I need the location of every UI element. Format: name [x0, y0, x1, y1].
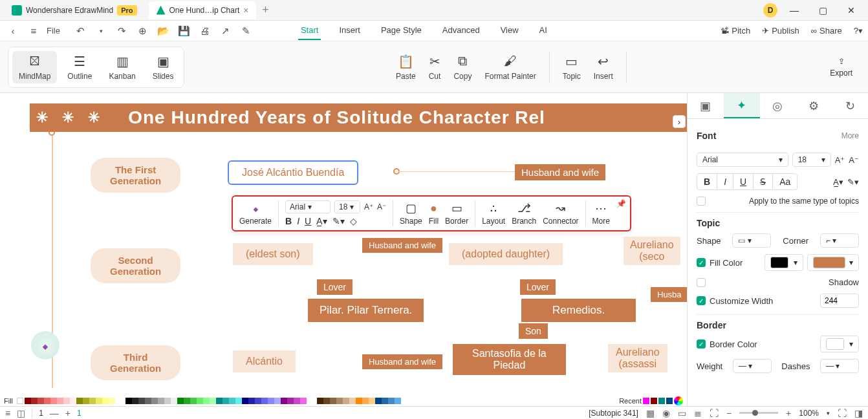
decrease-font-button[interactable]: A⁻	[849, 155, 859, 165]
grid-icon[interactable]: ▦	[646, 408, 655, 418]
italic-button[interactable]: I	[717, 174, 733, 189]
format-painter-button[interactable]: 🖌Format Painter	[478, 51, 542, 83]
color-swatch[interactable]	[330, 398, 336, 404]
export-icon[interactable]: ↗	[218, 25, 233, 37]
color-swatch[interactable]	[274, 398, 281, 404]
alcantio-node[interactable]: Alcántio	[233, 350, 296, 372]
color-swatch[interactable]	[287, 398, 294, 404]
color-swatch[interactable]	[158, 398, 164, 404]
color-swatch[interactable]	[76, 398, 83, 404]
branch-button[interactable]: ⎇Branch	[512, 201, 536, 226]
color-swatch[interactable]	[343, 398, 349, 404]
husba-label[interactable]: Husba	[651, 287, 687, 302]
font-more-link[interactable]: More	[841, 131, 859, 140]
bold-button[interactable]: B	[285, 216, 292, 226]
color-swatch[interactable]	[382, 398, 388, 404]
color-swatch[interactable]	[388, 398, 395, 404]
fill-color-picker[interactable]: ▾	[807, 254, 859, 271]
width-input[interactable]	[820, 294, 859, 308]
outline-mode-icon[interactable]: ≡	[5, 408, 10, 418]
color-swatch[interactable]	[242, 398, 248, 404]
decrease-font-icon[interactable]: A⁻	[377, 202, 386, 211]
color-swatch[interactable]	[190, 398, 197, 404]
color-palette-3[interactable]	[317, 398, 401, 404]
add-tab-button[interactable]: +	[256, 1, 274, 19]
app-tab[interactable]: Wondershare EdrawMind Pro	[4, 1, 145, 19]
font-family-select[interactable]: Arial▾	[697, 153, 788, 167]
tab-tag-icon[interactable]: ◎	[760, 93, 796, 118]
color-swatch[interactable]	[336, 398, 343, 404]
copy-button[interactable]: ⧉Copy	[447, 51, 478, 83]
pin-icon[interactable]: 📌	[616, 199, 626, 208]
generate-button[interactable]: ⬥ Generate	[239, 201, 272, 226]
more-button[interactable]: ⋯More	[592, 201, 610, 226]
color-swatch[interactable]	[63, 398, 70, 404]
clear-format-button[interactable]: ◇	[350, 216, 357, 226]
color-swatch[interactable]	[375, 398, 382, 404]
help-button[interactable]: ?▾	[854, 26, 863, 36]
custom-width-checkbox[interactable]: ✓	[697, 296, 706, 305]
layout-button[interactable]: ⛬Layout	[482, 201, 505, 226]
mindmap-view-button[interactable]: ⛝MindMap	[12, 51, 57, 83]
case-button[interactable]: Aa	[773, 174, 797, 189]
close-window-button[interactable]: ✕	[840, 0, 863, 21]
page-number[interactable]: 1	[39, 409, 43, 418]
undo-icon[interactable]: ↶	[73, 25, 89, 37]
focus-icon[interactable]: ◉	[662, 408, 670, 418]
color-palette-2[interactable]	[125, 398, 307, 404]
hamburger-icon[interactable]: ≡	[26, 25, 41, 36]
tab-node-icon[interactable]: ▣	[688, 93, 724, 118]
prev-page-icon[interactable]: —	[50, 408, 59, 418]
canvas-area[interactable]: ✳ ✳ ✳ One Hundred Years of Solitude Char…	[0, 93, 687, 388]
dashes-select[interactable]: — ▾	[820, 359, 859, 373]
fill-button[interactable]: ●Fill	[429, 201, 439, 226]
color-swatch[interactable]	[268, 398, 274, 404]
color-swatch[interactable]	[38, 398, 44, 404]
apply-same-checkbox[interactable]	[697, 197, 706, 206]
add-page-icon[interactable]: +	[65, 408, 71, 418]
shadow-checkbox[interactable]	[697, 278, 706, 287]
selected-node[interactable]: José Alcántio Buendía	[228, 160, 358, 185]
scroll-right-button[interactable]: ›	[673, 115, 686, 128]
color-swatch[interactable]	[317, 398, 323, 404]
color-swatch[interactable]	[177, 398, 184, 404]
color-swatch[interactable]	[216, 398, 222, 404]
new-icon[interactable]: ⊕	[135, 25, 151, 37]
color-swatch[interactable]	[356, 398, 362, 404]
publish-button[interactable]: ✈ Publish	[762, 26, 799, 36]
save-icon[interactable]: 💾	[177, 25, 192, 37]
lover-label-2[interactable]: Lover	[520, 279, 556, 295]
connector-button[interactable]: ↝Connector	[543, 201, 578, 226]
gen1-label[interactable]: The First Generation	[91, 158, 180, 193]
color-swatch[interactable]	[109, 398, 115, 404]
tab-advanced[interactable]: Advanced	[440, 21, 483, 40]
color-swatch[interactable]	[57, 398, 63, 404]
color-palette-1[interactable]	[25, 398, 115, 404]
insert-button[interactable]: ↩Insert	[587, 51, 620, 83]
aureliano-second-node[interactable]: Aureliano (seco	[624, 237, 680, 265]
strike-button[interactable]: S̶	[754, 174, 773, 189]
highlight-button[interactable]: ✎▾	[332, 216, 345, 226]
tab-ai[interactable]: AI	[537, 21, 550, 40]
print-icon[interactable]: 🖨	[197, 25, 213, 36]
outline-view-button[interactable]: ☰Outline	[61, 51, 98, 83]
border-color-checkbox[interactable]: ✓	[697, 339, 706, 349]
color-swatch[interactable]	[125, 398, 132, 404]
color-swatch[interactable]	[281, 398, 287, 404]
color-swatch[interactable]	[210, 398, 216, 404]
tab-view[interactable]: View	[498, 21, 521, 40]
lover-label-1[interactable]: Lover	[317, 279, 353, 295]
minimize-button[interactable]: —	[783, 0, 806, 21]
italic-button[interactable]: I	[297, 216, 299, 226]
tab-page-style[interactable]: Page Style	[378, 21, 424, 40]
document-tab[interactable]: One Hund…ip Chart ×	[149, 1, 257, 19]
edit-icon[interactable]: ✎	[239, 25, 254, 37]
font-color-button[interactable]: A̲▾	[833, 177, 843, 187]
page-fit-icon[interactable]: ⛶	[710, 408, 719, 418]
eldest-son-node[interactable]: (eldest son)	[233, 243, 313, 265]
paste-button[interactable]: 📋Paste	[389, 51, 422, 83]
son-label[interactable]: Son	[519, 323, 548, 339]
tab-settings-icon[interactable]: ⚙	[796, 93, 832, 118]
color-swatch[interactable]	[151, 398, 158, 404]
present-icon[interactable]: ▭	[678, 408, 686, 418]
